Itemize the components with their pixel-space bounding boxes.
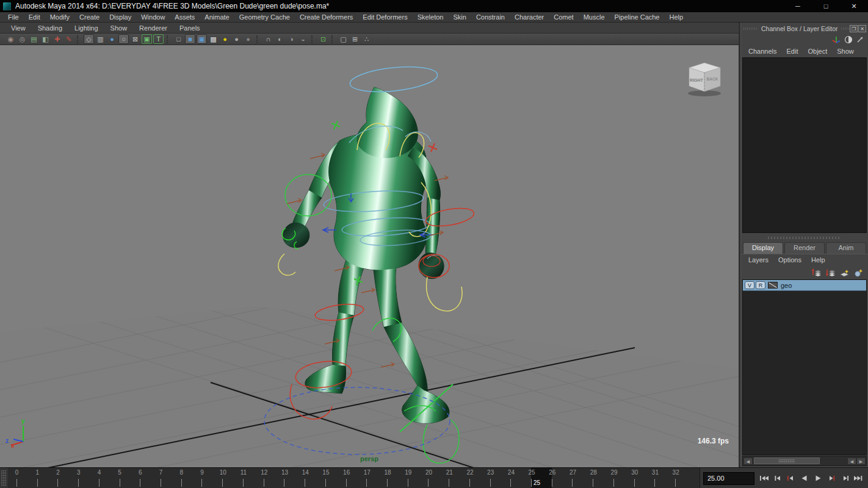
- checker-texture-icon[interactable]: ▩: [208, 34, 219, 44]
- wireframe-display-icon[interactable]: ◇: [84, 34, 94, 44]
- menu-constrain[interactable]: Constrain: [471, 13, 510, 21]
- menu-display[interactable]: Display: [104, 13, 136, 21]
- channel-list-area[interactable]: [742, 57, 867, 233]
- snap-camera-icon[interactable]: ◉: [5, 34, 16, 44]
- default-material-cube-icon[interactable]: □: [173, 34, 184, 44]
- panel-menu-view[interactable]: View: [5, 24, 32, 32]
- wire-on-shaded-cube-icon[interactable]: ▣: [197, 34, 207, 44]
- undock-panel-icon[interactable]: ❒: [850, 25, 858, 32]
- shadow-sphere-icon[interactable]: ◑: [286, 34, 297, 44]
- menu-geometry-cache[interactable]: Geometry Cache: [234, 13, 295, 21]
- camera-settings-icon[interactable]: ◎: [17, 34, 27, 44]
- drag-grip-icon[interactable]: [841, 27, 850, 30]
- breakdown-arrow-icon[interactable]: [856, 35, 864, 44]
- move-layer-down-icon[interactable]: [825, 268, 836, 277]
- smooth-shade-icon[interactable]: ●: [107, 34, 117, 44]
- paint-brush-icon[interactable]: ✎: [63, 34, 74, 44]
- menu-muscle[interactable]: Muscle: [579, 13, 610, 21]
- panel-splitter[interactable]: [741, 234, 868, 241]
- channelbox-menu-show[interactable]: Show: [832, 48, 859, 55]
- points-display-icon[interactable]: ▥: [95, 34, 106, 44]
- menu-comet[interactable]: Comet: [549, 13, 578, 21]
- menu-modify[interactable]: Modify: [45, 13, 74, 21]
- step-forward-frame-button[interactable]: [839, 471, 851, 485]
- shadows-hood-icon[interactable]: ∩: [263, 34, 273, 44]
- panel-menu-shading[interactable]: Shading: [32, 24, 68, 32]
- current-frame-field[interactable]: 25.00: [703, 472, 754, 485]
- flat-shade-icon[interactable]: ○: [118, 34, 129, 44]
- menu-create[interactable]: Create: [74, 13, 104, 21]
- go-to-start-button[interactable]: [758, 471, 770, 485]
- view-cube-right-label[interactable]: RIGHT: [690, 78, 704, 82]
- use-all-lights-icon[interactable]: ●: [220, 34, 230, 44]
- layer-tab-display[interactable]: Display: [743, 242, 783, 254]
- layer-menu-help[interactable]: Help: [806, 256, 830, 264]
- menu-window[interactable]: Window: [136, 13, 170, 21]
- channelbox-menu-channels[interactable]: Channels: [743, 48, 781, 55]
- step-back-key-button[interactable]: [785, 471, 797, 485]
- panel-layout-icon[interactable]: ▤: [29, 34, 39, 44]
- default-light-icon[interactable]: ●: [231, 34, 242, 44]
- textured-display-icon[interactable]: ▣: [142, 34, 152, 44]
- speed-state-icon[interactable]: [844, 35, 853, 44]
- manipulator-tool-icon[interactable]: [831, 35, 841, 44]
- channelbox-menu-edit[interactable]: Edit: [781, 48, 803, 55]
- highlight-selection-icon[interactable]: ⊡: [318, 34, 328, 44]
- texture-placement-icon[interactable]: T: [153, 34, 164, 44]
- perspective-viewport[interactable]: RIGHT BACK y x z persp 146.3 fps: [0, 45, 739, 467]
- close-button[interactable]: ✕: [840, 0, 868, 12]
- drag-grip-icon[interactable]: [743, 27, 758, 30]
- no-lights-icon[interactable]: ●: [243, 34, 253, 44]
- menu-create-deformers[interactable]: Create Deformers: [295, 13, 358, 21]
- menu-animate[interactable]: Animate: [200, 13, 234, 21]
- view-cube-back-label[interactable]: BACK: [707, 77, 718, 81]
- palette-icon[interactable]: ◧: [40, 34, 51, 44]
- menu-file[interactable]: File: [3, 13, 24, 21]
- scroll-left-button[interactable]: ◀: [743, 458, 753, 465]
- layer-tab-render[interactable]: Render: [784, 242, 825, 254]
- layer-menu-options[interactable]: Options: [773, 256, 806, 264]
- menu-skeleton[interactable]: Skeleton: [413, 13, 449, 21]
- menu-pipeline-cache[interactable]: Pipeline Cache: [610, 13, 665, 21]
- go-to-end-button[interactable]: [852, 471, 864, 485]
- panel-menu-panels[interactable]: Panels: [173, 24, 206, 32]
- minimize-button[interactable]: ─: [784, 0, 812, 12]
- menu-assets[interactable]: Assets: [170, 13, 200, 21]
- layer-visibility-toggle[interactable]: V: [745, 281, 754, 289]
- step-back-frame-button[interactable]: [772, 471, 784, 485]
- bounding-box-icon[interactable]: ⊠: [130, 34, 140, 44]
- panel-menu-show[interactable]: Show: [104, 24, 134, 32]
- move-layer-up-icon[interactable]: [811, 268, 822, 277]
- multi-pane-icon[interactable]: ⊞: [350, 34, 360, 44]
- close-panel-icon[interactable]: ✕: [858, 25, 866, 32]
- layer-tab-anim[interactable]: Anim: [826, 242, 866, 254]
- menu-skin[interactable]: Skin: [448, 13, 471, 21]
- menu-edit-deformers[interactable]: Edit Deformers: [358, 13, 412, 21]
- scroll-left-button-2[interactable]: ◀: [847, 458, 856, 465]
- channelbox-menu-object[interactable]: Object: [803, 48, 832, 55]
- panel-menu-renderer[interactable]: Renderer: [133, 24, 173, 32]
- layer-list[interactable]: VRgeo: [742, 279, 867, 455]
- create-empty-layer-icon[interactable]: [839, 268, 850, 277]
- channel-box-header[interactable]: Channel Box / Layer Editor ❒ ✕: [741, 23, 868, 34]
- ao-sphere-icon[interactable]: ◐: [275, 34, 285, 44]
- motionblur-sphere-icon[interactable]: ◒: [298, 34, 308, 44]
- panel-menu-lighting[interactable]: Lighting: [68, 24, 104, 32]
- layer-color-swatch[interactable]: [768, 282, 778, 289]
- layer-row[interactable]: VRgeo: [743, 280, 866, 291]
- play-backward-button[interactable]: [798, 471, 811, 485]
- create-layer-from-selected-icon[interactable]: [853, 268, 864, 277]
- view-cube[interactable]: RIGHT BACK: [684, 59, 726, 98]
- time-slider[interactable]: 0123456789101112131415161718192021222324…: [8, 468, 700, 488]
- layer-renderable-toggle[interactable]: R: [756, 281, 765, 289]
- timeline-grip-icon[interactable]: [1, 470, 7, 486]
- scroll-right-button[interactable]: ▶: [856, 458, 866, 465]
- menu-help[interactable]: Help: [665, 13, 689, 21]
- menu-edit[interactable]: Edit: [24, 13, 45, 21]
- isolate-select-icon[interactable]: ▢: [338, 34, 349, 44]
- play-forward-button[interactable]: [812, 471, 824, 485]
- step-forward-key-button[interactable]: [825, 471, 837, 485]
- maximize-button[interactable]: □: [812, 0, 840, 12]
- scroll-thumb[interactable]: [754, 458, 820, 464]
- menu-character[interactable]: Character: [510, 13, 549, 21]
